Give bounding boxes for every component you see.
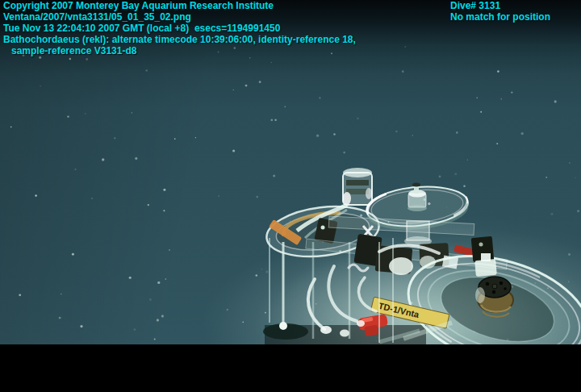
video-path-line: Ventana/2007/vnta3131/05_01_35_02.png: [3, 12, 191, 23]
annotation-line: Bathochordaeus (rekl): alternate timecod…: [3, 35, 356, 45]
dive-number: Dive# 3131: [450, 1, 500, 11]
position-status: No match for position: [450, 12, 550, 23]
sample-reference-line: sample-reference V3131-d8: [11, 46, 136, 56]
bottom-bar: Depth= 255.86 mTemp= 8.150 CSal= 34.170 …: [0, 344, 581, 392]
copyright-line: Copyright 2007 Monterey Bay Aquarium Res…: [3, 1, 274, 11]
top-canister: [343, 168, 372, 205]
video-annotation-frame: TD-1/Vnta: [0, 0, 581, 392]
disc-pedestal: [404, 221, 432, 246]
timestamp-line: Tue Nov 13 22:04:10 2007 GMT (local +8) …: [3, 23, 280, 34]
